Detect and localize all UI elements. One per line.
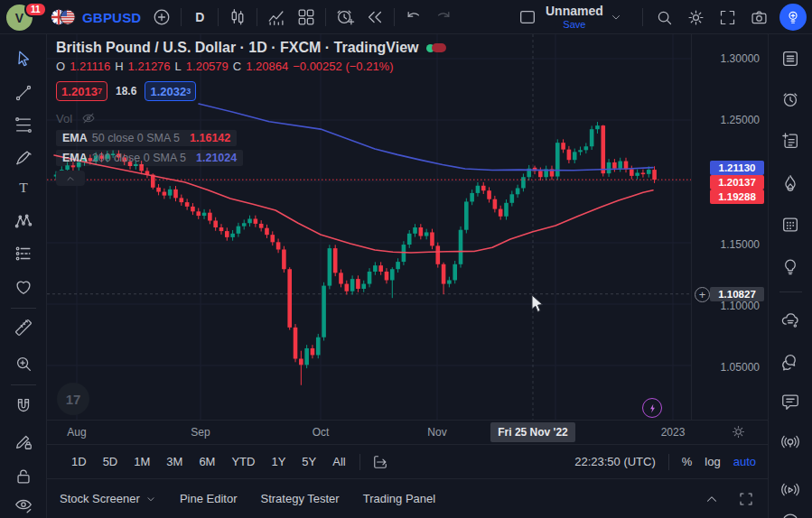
sell-button[interactable]: 1.20137 — [56, 81, 107, 101]
range-button-5d[interactable]: 5D — [97, 452, 125, 471]
redo-button[interactable] — [429, 3, 458, 32]
percent-scale-button[interactable]: % — [682, 455, 693, 468]
bar-replay-button[interactable] — [360, 3, 389, 32]
ema50-legend-row[interactable]: EMA 50 close 0 SMA 5 1.16142 — [56, 130, 237, 146]
my-ideas-button[interactable] — [769, 254, 812, 279]
undo-button[interactable] — [399, 3, 428, 32]
minds-button[interactable] — [769, 308, 812, 333]
hide-drawings-button[interactable] — [0, 493, 46, 518]
ema200-legend-row[interactable]: EMA 200 close 0 SMA 5 1.21024 — [56, 150, 243, 166]
brush-tool-button[interactable] — [0, 145, 46, 171]
cursor-tool-button[interactable] — [0, 46, 46, 71]
indicators-button[interactable] — [262, 3, 291, 32]
log-scale-button[interactable]: log — [705, 455, 720, 468]
quick-search-button[interactable] — [649, 3, 678, 32]
symbol-search-button[interactable]: GBPUSD — [44, 7, 146, 27]
measure-tool-button[interactable] — [0, 315, 46, 340]
alert-button[interactable] — [331, 3, 359, 32]
eye-off-icon[interactable] — [80, 110, 97, 126]
zoom-in-tool-button[interactable] — [0, 351, 46, 376]
symbol-flags-icon — [50, 7, 77, 27]
lock-icon — [14, 467, 33, 486]
go-to-date-icon — [371, 453, 389, 471]
chart-region: British Pound / U.S. Dollar · 1D · FXCM … — [47, 34, 768, 518]
toggle-red-pill — [432, 43, 446, 52]
spread-value: 18.6 — [116, 85, 136, 97]
symbol-title-row[interactable]: British Pound / U.S. Dollar · 1D · FXCM … — [56, 40, 446, 56]
notes-plus-icon — [780, 131, 800, 151]
stock-screener-tab[interactable]: Stock Screener — [60, 492, 156, 505]
layout-select-button[interactable] — [513, 3, 542, 32]
save-label[interactable]: Save — [563, 19, 585, 30]
snapshot-button[interactable] — [744, 3, 773, 32]
pine-editor-tab[interactable]: Pine Editor — [180, 492, 238, 505]
compare-add-button[interactable] — [147, 3, 176, 32]
symbol-name: GBPUSD — [82, 10, 141, 25]
layout-menu-chevron[interactable] — [607, 3, 625, 32]
text-tool-button[interactable]: T — [0, 175, 46, 200]
watchlist-icon — [780, 49, 800, 69]
session-clock[interactable]: 22:23:50 (UTC) — [574, 455, 656, 468]
add-alert-plus-button[interactable]: + — [695, 287, 710, 302]
fib-retracement-icon — [14, 116, 33, 135]
settings-button[interactable] — [681, 3, 710, 32]
chart-plot-area[interactable]: British Pound / U.S. Dollar · 1D · FXCM … — [47, 34, 691, 420]
ruler-icon — [14, 318, 33, 338]
time-axis[interactable]: Fri 25 Nov '22 AugSepOctNov2023 — [47, 420, 768, 444]
magnet-mode-button[interactable] — [0, 393, 46, 419]
hotlists-button[interactable] — [769, 171, 812, 196]
drawing-mode-lock-button[interactable] — [0, 429, 46, 454]
ohlc-row: O1.21116 H1.21276 L1.20579 C1.20864 −0.0… — [56, 60, 446, 73]
live-streams-button[interactable] — [769, 430, 812, 455]
layout-name-button[interactable]: Unnamed Save — [546, 5, 603, 29]
interval-button[interactable]: D — [186, 10, 213, 24]
strategy-tester-tab[interactable]: Strategy Tester — [260, 492, 339, 505]
time-axis-label: Oct — [313, 426, 330, 439]
volume-legend-row[interactable]: Vol — [56, 110, 446, 126]
time-axis-label: Nov — [427, 426, 446, 439]
ideas-stream-button[interactable] — [769, 389, 812, 414]
lock-drawings-button[interactable] — [0, 464, 46, 489]
pattern-tool-button[interactable] — [0, 208, 46, 234]
panel-expand-button[interactable] — [733, 486, 759, 512]
buy-button[interactable]: 1.20323 — [145, 81, 196, 101]
chart-type-button[interactable] — [223, 3, 252, 32]
emoji-tool-button[interactable] — [0, 274, 46, 300]
alerts-panel-button[interactable] — [769, 87, 812, 112]
forecast-tool-button[interactable] — [0, 241, 46, 266]
fib-tool-button[interactable] — [0, 113, 46, 138]
publish-idea-button[interactable] — [779, 4, 807, 31]
fullscreen-button[interactable] — [713, 3, 742, 32]
theme-sun-icon[interactable] — [730, 423, 747, 440]
range-button-1m[interactable]: 1M — [127, 452, 156, 471]
market-status-toggle[interactable] — [426, 43, 446, 52]
range-button-all[interactable]: All — [326, 452, 351, 471]
price-axis-label: 1.25000 — [721, 114, 760, 126]
range-button-ytd[interactable]: YTD — [225, 452, 261, 471]
notes-button[interactable] — [769, 128, 812, 153]
ema200-value: 1.21024 — [196, 152, 237, 164]
idea-bulb-icon — [784, 8, 802, 26]
calendar-button[interactable] — [769, 212, 812, 237]
help-button[interactable] — [769, 507, 812, 518]
trading-panel-tab[interactable]: Trading Panel — [363, 492, 435, 505]
range-button-1d[interactable]: 1D — [65, 452, 93, 471]
range-button-1y[interactable]: 1Y — [265, 452, 292, 471]
panel-collapse-button[interactable] — [699, 486, 724, 512]
auto-scale-button[interactable]: auto — [733, 455, 756, 468]
trend-line-tool-button[interactable] — [0, 80, 46, 106]
video-streams-button[interactable] — [769, 477, 812, 503]
date-range-buttons: 1D5D1M3M6MYTD1Y5YAll — [65, 452, 352, 471]
go-to-date-button[interactable] — [368, 449, 393, 475]
user-menu[interactable]: V 11 — [5, 2, 43, 32]
legend-collapse-button[interactable] — [56, 171, 85, 186]
range-button-3m[interactable]: 3M — [160, 452, 189, 471]
watchlist-button[interactable] — [769, 46, 812, 71]
ema50-value: 1.16142 — [190, 132, 230, 144]
chats-button[interactable] — [769, 348, 812, 374]
price-axis[interactable]: 1.10827 + 1.300001.250001.150001.100001.… — [691, 34, 768, 420]
range-button-6m[interactable]: 6M — [192, 452, 221, 471]
economic-event-icon[interactable] — [642, 398, 662, 418]
range-button-5y[interactable]: 5Y — [295, 452, 322, 471]
indicator-templates-button[interactable] — [292, 3, 321, 32]
